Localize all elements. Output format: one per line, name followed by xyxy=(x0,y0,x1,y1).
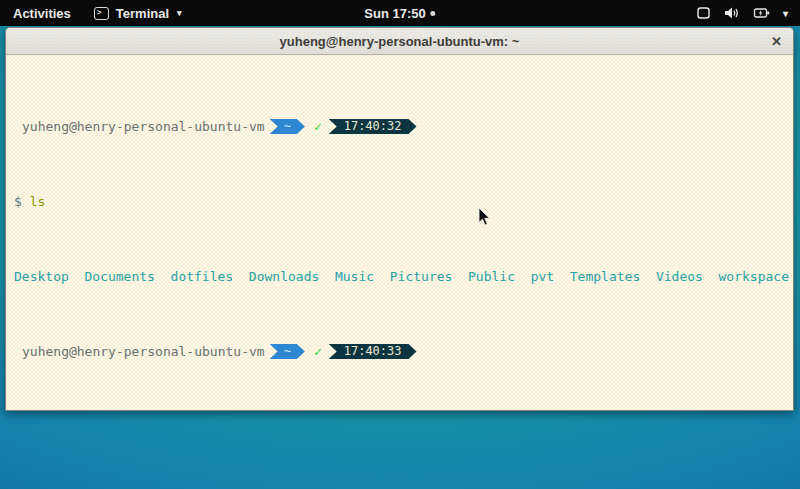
close-button[interactable]: ✕ xyxy=(771,28,782,54)
battery-icon xyxy=(753,6,770,20)
check-icon: ✓ xyxy=(314,119,322,134)
directory-entry: Templates xyxy=(570,269,640,284)
terminal-screen[interactable]: yuheng@henry-personal-ubuntu-vm ~ ✓ 17:4… xyxy=(6,56,793,410)
screen-icon xyxy=(696,6,711,20)
directory-entry: Public xyxy=(468,269,515,284)
prompt-time-segment: 17:40:33 xyxy=(329,344,417,359)
clock-button[interactable]: Sun 17:50 xyxy=(364,0,435,26)
directory-entry: Music xyxy=(335,269,374,284)
window-titlebar[interactable]: yuheng@henry-personal-ubuntu-vm: ~ ✕ xyxy=(6,28,793,55)
prompt-time-segment: 17:40:32 xyxy=(329,119,417,134)
prompt-line: yuheng@henry-personal-ubuntu-vm ~ ✓ 17:4… xyxy=(14,119,793,134)
activities-button[interactable]: Activities xyxy=(0,0,84,26)
ls-output-line: Desktop Documents dotfiles Downloads Mus… xyxy=(14,269,793,284)
prompt-line: yuheng@henry-personal-ubuntu-vm ~ ✓ 17:4… xyxy=(14,344,793,359)
chevron-down-icon: ▾ xyxy=(177,8,182,18)
terminal-icon: > xyxy=(94,7,109,20)
desktop-background: Activities > Terminal ▾ Sun 17:50 xyxy=(0,0,800,489)
volume-icon xyxy=(724,6,740,20)
directory-entry: Downloads xyxy=(249,269,319,284)
activities-label: Activities xyxy=(13,6,71,21)
command-text: ls xyxy=(30,194,46,209)
directory-entry: workspace xyxy=(719,269,789,284)
check-icon: ✓ xyxy=(314,344,322,359)
app-menu-terminal[interactable]: > Terminal ▾ xyxy=(84,0,192,26)
top-bar: Activities > Terminal ▾ Sun 17:50 xyxy=(0,0,800,26)
window-title: yuheng@henry-personal-ubuntu-vm: ~ xyxy=(280,34,520,49)
prompt-cwd-segment: ~ xyxy=(270,344,305,359)
directory-entry: dotfiles xyxy=(171,269,234,284)
prompt-user-host: yuheng@henry-personal-ubuntu-vm xyxy=(14,119,265,134)
directory-entry: Desktop xyxy=(14,269,69,284)
app-menu-label: Terminal xyxy=(116,6,169,21)
mouse-pointer-icon xyxy=(478,207,492,227)
directory-entry: Documents xyxy=(84,269,154,284)
command-line: $ ls xyxy=(14,194,793,209)
terminal-window: yuheng@henry-personal-ubuntu-vm: ~ ✕ yuh… xyxy=(5,27,794,411)
prompt-dollar: $ xyxy=(14,194,22,209)
system-status-area[interactable]: ▾ xyxy=(684,0,800,26)
directory-entry: Pictures xyxy=(390,269,453,284)
chevron-down-icon: ▾ xyxy=(783,8,788,19)
notification-dot xyxy=(431,11,436,16)
prompt-cwd-segment: ~ xyxy=(270,119,305,134)
directory-entry: pvt xyxy=(531,269,554,284)
directory-entry: Videos xyxy=(656,269,703,284)
prompt-user-host: yuheng@henry-personal-ubuntu-vm xyxy=(14,344,265,359)
clock-label: Sun 17:50 xyxy=(364,6,425,21)
